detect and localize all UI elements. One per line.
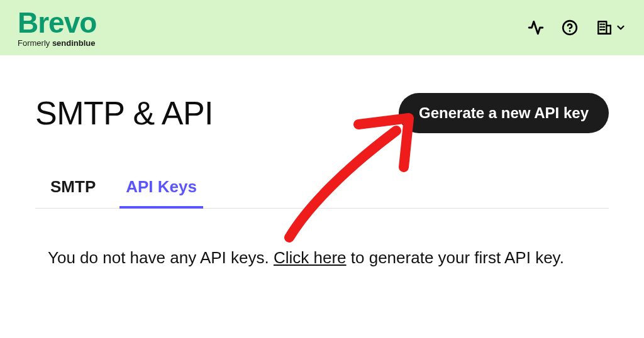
tab-smtp[interactable]: SMTP bbox=[48, 171, 98, 208]
empty-state-pre: You do not have any API keys. bbox=[48, 248, 274, 267]
activity-icon[interactable] bbox=[527, 19, 545, 36]
help-icon[interactable] bbox=[561, 19, 579, 36]
tab-api-keys[interactable]: API Keys bbox=[123, 171, 199, 208]
chevron-down-icon bbox=[615, 22, 626, 33]
brand-former-prefix: Formerly bbox=[18, 38, 52, 48]
brand-subtitle: Formerly sendinblue bbox=[18, 38, 96, 48]
empty-state-post: to generate your first API key. bbox=[347, 248, 564, 267]
svg-rect-2 bbox=[598, 21, 606, 34]
generate-api-key-button[interactable]: Generate a new API key bbox=[399, 93, 609, 133]
building-icon bbox=[595, 19, 613, 36]
brand-logo: Brevo bbox=[18, 8, 96, 37]
empty-state-message: You do not have any API keys. Click here… bbox=[35, 246, 589, 270]
top-bar: Brevo Formerly sendinblue bbox=[0, 0, 644, 55]
top-bar-actions bbox=[527, 19, 626, 36]
page-content: SMTP & API Generate a new API key SMTP A… bbox=[0, 55, 644, 270]
brand-former-name: sendinblue bbox=[52, 38, 96, 48]
tabs: SMTP API Keys bbox=[35, 171, 609, 209]
page-title: SMTP & API bbox=[35, 94, 213, 132]
brand-block: Brevo Formerly sendinblue bbox=[18, 8, 96, 48]
page-header: SMTP & API Generate a new API key bbox=[35, 93, 609, 133]
org-switcher[interactable] bbox=[595, 19, 626, 36]
empty-state-link[interactable]: Click here bbox=[274, 248, 347, 267]
